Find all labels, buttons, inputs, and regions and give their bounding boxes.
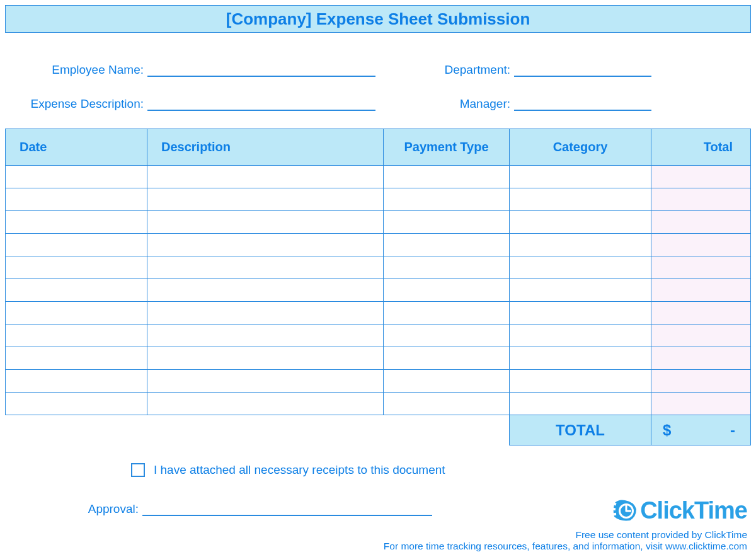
- cell-total[interactable]: [651, 166, 751, 188]
- cell-date[interactable]: [6, 279, 147, 302]
- table-row: [6, 234, 751, 256]
- cell-date[interactable]: [6, 347, 147, 370]
- cell-date[interactable]: [6, 166, 147, 188]
- col-category: Category: [510, 129, 651, 166]
- svg-rect-3: [626, 510, 631, 512]
- cell-description[interactable]: [147, 393, 384, 415]
- employee-name-label: Employee Name:: [10, 63, 147, 77]
- approval-label: Approval:: [82, 502, 142, 516]
- manager-field: Manager:: [388, 97, 746, 111]
- cell-category[interactable]: [510, 347, 651, 370]
- cell-total[interactable]: [651, 188, 751, 211]
- cell-payment_type[interactable]: [384, 234, 510, 256]
- table-row: [6, 256, 751, 279]
- cell-total[interactable]: [651, 302, 751, 324]
- col-payment-type: Payment Type: [384, 129, 510, 166]
- page-title: [Company] Expense Sheet Submission: [5, 5, 751, 33]
- cell-payment_type[interactable]: [384, 279, 510, 302]
- brand-name: ClickTime: [640, 497, 747, 524]
- table-row: [6, 211, 751, 234]
- cell-description[interactable]: [147, 166, 384, 188]
- cell-total[interactable]: [651, 347, 751, 370]
- cell-date[interactable]: [6, 256, 147, 279]
- col-total: Total: [651, 129, 751, 166]
- grand-total-amount: $ -: [651, 415, 751, 445]
- cell-description[interactable]: [147, 347, 384, 370]
- table-row: [6, 347, 751, 370]
- cell-date[interactable]: [6, 188, 147, 211]
- grand-total-label: TOTAL: [510, 415, 651, 445]
- cell-total[interactable]: [651, 234, 751, 256]
- cell-description[interactable]: [147, 256, 384, 279]
- cell-description[interactable]: [147, 302, 384, 324]
- expense-description-label: Expense Description:: [10, 97, 147, 111]
- table-row: [6, 302, 751, 324]
- cell-total[interactable]: [651, 393, 751, 415]
- cell-category[interactable]: [510, 166, 651, 188]
- cell-date[interactable]: [6, 302, 147, 324]
- cell-date[interactable]: [6, 234, 147, 256]
- cell-category[interactable]: [510, 256, 651, 279]
- cell-category[interactable]: [510, 279, 651, 302]
- cell-total[interactable]: [651, 256, 751, 279]
- department-field: Department:: [388, 63, 746, 77]
- cell-payment_type[interactable]: [384, 166, 510, 188]
- svg-rect-6: [614, 512, 616, 515]
- cell-description[interactable]: [147, 188, 384, 211]
- receipts-checkbox[interactable]: [131, 463, 145, 477]
- cell-category[interactable]: [510, 188, 651, 211]
- grand-total: TOTAL $ -: [509, 415, 751, 445]
- cell-payment_type[interactable]: [384, 324, 510, 347]
- cell-payment_type[interactable]: [384, 347, 510, 370]
- cell-payment_type[interactable]: [384, 370, 510, 393]
- table-row: [6, 324, 751, 347]
- cell-category[interactable]: [510, 211, 651, 234]
- table-row: [6, 166, 751, 188]
- footer-line1: Free use content provided by ClickTime: [384, 529, 747, 541]
- department-input[interactable]: [514, 64, 651, 77]
- table-row: [6, 188, 751, 211]
- cell-date[interactable]: [6, 370, 147, 393]
- manager-label: Manager:: [432, 97, 514, 111]
- employee-name-input[interactable]: [147, 64, 375, 77]
- cell-payment_type[interactable]: [384, 211, 510, 234]
- expense-description-field: Expense Description:: [10, 97, 388, 111]
- cell-date[interactable]: [6, 393, 147, 415]
- header-fields: Employee Name: Department: Expense Descr…: [5, 33, 751, 129]
- table-row: [6, 370, 751, 393]
- table-row: [6, 393, 751, 415]
- cell-payment_type[interactable]: [384, 188, 510, 211]
- cell-payment_type[interactable]: [384, 256, 510, 279]
- department-label: Department:: [432, 63, 514, 77]
- cell-description[interactable]: [147, 370, 384, 393]
- col-date: Date: [6, 129, 147, 166]
- expense-table: Date Description Payment Type Category T…: [5, 129, 751, 415]
- cell-total[interactable]: [651, 279, 751, 302]
- cell-category[interactable]: [510, 324, 651, 347]
- cell-category[interactable]: [510, 370, 651, 393]
- expense-description-input[interactable]: [147, 98, 375, 111]
- cell-category[interactable]: [510, 393, 651, 415]
- cell-description[interactable]: [147, 234, 384, 256]
- cell-total[interactable]: [651, 324, 751, 347]
- manager-input[interactable]: [514, 98, 651, 111]
- cell-total[interactable]: [651, 211, 751, 234]
- cell-payment_type[interactable]: [384, 302, 510, 324]
- col-description: Description: [147, 129, 384, 166]
- cell-date[interactable]: [6, 324, 147, 347]
- table-row: [6, 279, 751, 302]
- footer-line2: For more time tracking resources, featur…: [384, 541, 747, 552]
- cell-category[interactable]: [510, 234, 651, 256]
- cell-description[interactable]: [147, 324, 384, 347]
- cell-date[interactable]: [6, 211, 147, 234]
- total-value: -: [730, 422, 735, 439]
- cell-description[interactable]: [147, 211, 384, 234]
- cell-category[interactable]: [510, 302, 651, 324]
- footer: ClickTime Free use content provided by C…: [384, 497, 747, 552]
- cell-payment_type[interactable]: [384, 393, 510, 415]
- receipts-label: I have attached all necessary receipts t…: [154, 463, 445, 477]
- brand-logo: ClickTime: [384, 497, 747, 524]
- cell-total[interactable]: [651, 370, 751, 393]
- cell-description[interactable]: [147, 279, 384, 302]
- employee-name-field: Employee Name:: [10, 63, 388, 77]
